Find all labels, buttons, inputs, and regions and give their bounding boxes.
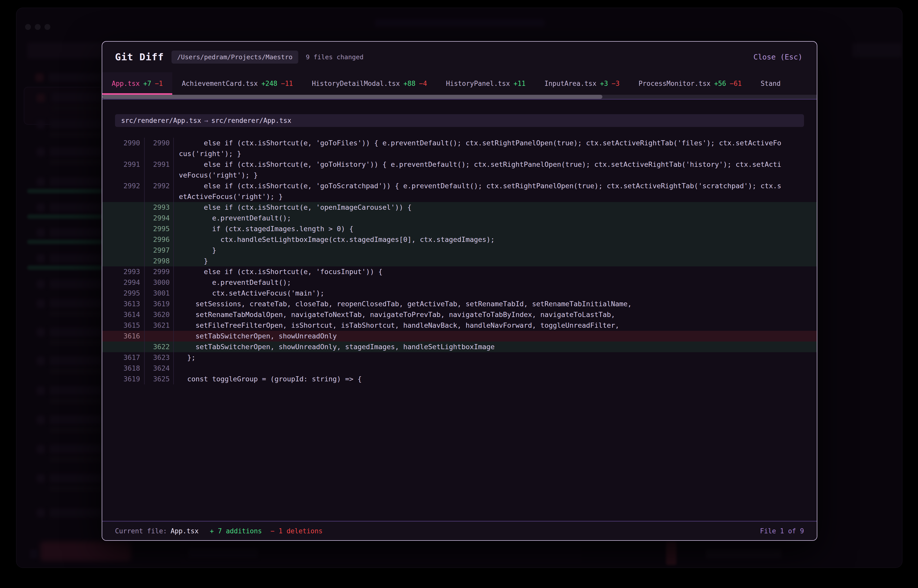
modal-title: Git Diff (115, 51, 164, 63)
tabs-scrollbar-thumb[interactable] (102, 95, 602, 99)
tab-additions: +11 (513, 80, 525, 87)
new-line-number (145, 331, 174, 341)
old-line-number: 3618 (102, 363, 145, 374)
new-line-number: 3619 (145, 299, 174, 309)
code-line: }; (174, 352, 817, 363)
new-line-number: 2998 (145, 256, 174, 267)
tab-deletions: −11 (281, 80, 293, 87)
current-file-name: App.tsx (171, 527, 199, 535)
diff-row: 29902990 else if (ctx.isShortcut(e, 'goT… (102, 138, 817, 159)
code-line: setRenameTabModalOpen, navigateToNextTab… (174, 309, 817, 320)
diff-row: 29943000 e.preventDefault(); (102, 277, 817, 288)
code-line (174, 363, 817, 374)
code-line: if (ctx.stagedImages.length > 0) { (174, 223, 817, 234)
code-line: setSessions, createTab, closeTab, reopen… (174, 299, 817, 309)
modal-footer: Current file: App.tsx + 7 additions − 1 … (102, 521, 817, 540)
diff-row: 2996 ctx.handleSetLightboxImage(ctx.stag… (102, 234, 817, 245)
new-line-number: 2992 (145, 181, 174, 202)
code-line: } (174, 256, 817, 267)
tab-deletions: −61 (730, 80, 742, 87)
new-line-number: 2997 (145, 245, 174, 256)
file-tab[interactable]: ProcessMonitor.tsx+56−61 (629, 72, 751, 95)
new-line-number: 3000 (145, 277, 174, 288)
diff-row: 3616 setTabSwitcherOpen, showUnreadOnly (102, 331, 817, 341)
file-tabs: App.tsx+7−1AchievementCard.tsx+248−11His… (102, 72, 817, 95)
footer-additions: + 7 additions (210, 527, 262, 535)
file-tab[interactable]: HistoryDetailModal.tsx+88−4 (302, 72, 437, 95)
file-path-from: src/renderer/App.tsx (121, 117, 201, 124)
tab-deletions: −3 (612, 80, 620, 87)
file-tab[interactable]: AchievementCard.tsx+248−11 (172, 72, 302, 95)
code-line: else if (ctx.isShortcut(e, 'openImageCar… (174, 202, 817, 213)
file-tab[interactable]: App.tsx+7−1 (102, 72, 172, 95)
tab-filename: HistoryPanel.tsx (446, 80, 510, 87)
new-line-number: 2995 (145, 223, 174, 234)
new-line-number: 2994 (145, 213, 174, 223)
new-line-number: 2999 (145, 267, 174, 277)
tab-additions: +7 (143, 80, 151, 87)
modal-header: Git Diff /Users/pedram/Projects/Maestro … (102, 42, 817, 72)
git-diff-modal: Git Diff /Users/pedram/Projects/Maestro … (102, 41, 817, 541)
tab-filename: InputArea.tsx (544, 80, 596, 87)
close-button[interactable]: Close (Esc) (752, 52, 804, 61)
diff-row: 36133619 setSessions, createTab, closeTa… (102, 299, 817, 309)
old-line-number: 3614 (102, 309, 145, 320)
old-line-number (102, 234, 145, 245)
tab-filename: HistoryDetailModal.tsx (312, 80, 400, 87)
old-line-number: 2991 (102, 159, 145, 181)
diff-row: 36183624 (102, 363, 817, 374)
new-line-number: 3623 (145, 352, 174, 363)
file-position-indicator: File 1 of 9 (760, 527, 804, 535)
code-line: e.preventDefault(); (174, 277, 817, 288)
old-line-number: 3613 (102, 299, 145, 309)
old-line-number: 2994 (102, 277, 145, 288)
tab-additions: +248 (261, 80, 278, 87)
tab-additions: +88 (403, 80, 416, 87)
diff-lines: 29902990 else if (ctx.isShortcut(e, 'goT… (102, 138, 817, 384)
old-line-number (102, 341, 145, 352)
diff-row: 2994 e.preventDefault(); (102, 213, 817, 223)
code-line: else if (ctx.isShortcut(e, 'goToFiles'))… (174, 138, 817, 159)
new-line-number: 3624 (145, 363, 174, 374)
tab-additions: +3 (600, 80, 608, 87)
code-line: else if (ctx.isShortcut(e, 'focusInput')… (174, 267, 817, 277)
tab-deletions: −1 (155, 80, 163, 87)
code-line: ctx.setActiveFocus('main'); (174, 288, 817, 299)
diff-row: 29922992 else if (ctx.isShortcut(e, 'goT… (102, 181, 817, 202)
old-line-number: 3617 (102, 352, 145, 363)
file-tab[interactable]: InputArea.tsx+3−3 (535, 72, 629, 95)
file-path-header: src/renderer/App.tsx→src/renderer/App.ts… (115, 114, 804, 127)
code-line: const toggleGroup = (groupId: string) =>… (174, 374, 817, 384)
new-line-number: 3001 (145, 288, 174, 299)
diff-row: 36193625 const toggleGroup = (groupId: s… (102, 374, 817, 384)
old-line-number: 3616 (102, 331, 145, 341)
tab-filename: App.tsx (112, 80, 140, 87)
file-path-to: src/renderer/App.tsx (211, 117, 291, 124)
code-line: ctx.handleSetLightboxImage(ctx.stagedIma… (174, 234, 817, 245)
tab-additions: +56 (714, 80, 726, 87)
old-line-number (102, 245, 145, 256)
file-tab[interactable]: HistoryPanel.tsx+11 (437, 72, 535, 95)
diff-row: 29912991 else if (ctx.isShortcut(e, 'goT… (102, 159, 817, 181)
code-line: setFileTreeFilterOpen, isShortcut, isTab… (174, 320, 817, 331)
arrow-icon: → (201, 117, 211, 124)
old-line-number: 2993 (102, 267, 145, 277)
file-tab[interactable]: Stand (751, 72, 790, 95)
old-line-number (102, 223, 145, 234)
code-line: } (174, 245, 817, 256)
new-line-number: 3621 (145, 320, 174, 331)
current-file-label: Current file: (115, 527, 167, 535)
diff-row: 2995 if (ctx.stagedImages.length > 0) { (102, 223, 817, 234)
old-line-number (102, 213, 145, 223)
old-line-number (102, 256, 145, 267)
tab-filename: AchievementCard.tsx (182, 80, 257, 87)
code-line: else if (ctx.isShortcut(e, 'goToScratchp… (174, 181, 817, 202)
repo-path-badge: /Users/pedram/Projects/Maestro (172, 50, 298, 64)
old-line-number: 2992 (102, 181, 145, 202)
old-line-number: 2990 (102, 138, 145, 159)
new-line-number: 2991 (145, 159, 174, 181)
tabs-scrollbar[interactable] (102, 95, 817, 99)
tab-deletions: −4 (419, 80, 427, 87)
diff-row: 36173623 }; (102, 352, 817, 363)
new-line-number: 3625 (145, 374, 174, 384)
